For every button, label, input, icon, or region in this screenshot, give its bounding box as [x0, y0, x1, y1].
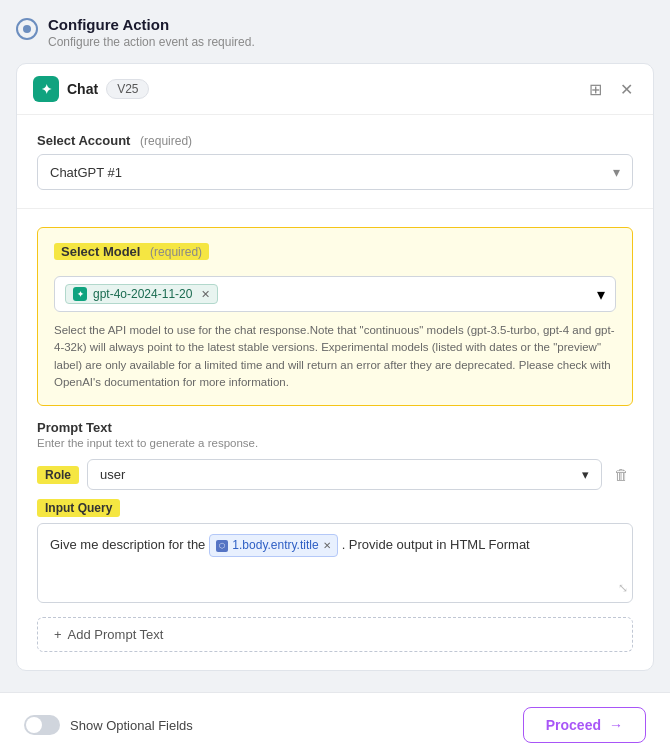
card-title: Chat — [67, 81, 98, 97]
expand-button[interactable]: ⊞ — [585, 78, 606, 101]
model-tag: ✦ gpt-4o-2024-11-20 ✕ — [65, 284, 218, 304]
card-header: ✦ Chat V25 ⊞ ✕ — [17, 64, 653, 115]
toggle-row: Show Optional Fields — [24, 715, 193, 735]
model-tag-icon: ✦ — [73, 287, 87, 301]
query-suffix: . Provide output in HTML Format — [342, 535, 530, 556]
role-value: user — [100, 467, 125, 482]
role-row: Role user ▾ 🗑 — [37, 459, 633, 490]
prompt-text-section: Prompt Text Enter the input text to gene… — [37, 420, 633, 603]
query-content: Give me description for the ⬡ 1.body.ent… — [50, 534, 620, 557]
model-required: (required) — [150, 245, 202, 259]
prompt-text-label: Prompt Text — [37, 420, 633, 435]
role-select[interactable]: user ▾ — [87, 459, 602, 490]
divider — [17, 208, 653, 209]
page-title: Configure Action — [48, 16, 255, 33]
account-section: Select Account (required) ChatGPT #1 ▾ — [37, 133, 633, 190]
toggle-label: Show Optional Fields — [70, 718, 193, 733]
model-tag-text: gpt-4o-2024-11-20 — [93, 287, 192, 301]
card-header-left: ✦ Chat V25 — [33, 76, 149, 102]
prompt-text-sublabel: Enter the input text to generate a respo… — [37, 437, 633, 449]
add-prompt-button[interactable]: + Add Prompt Text — [37, 617, 633, 652]
role-badge: Role — [37, 466, 79, 484]
input-query-section: Input Query Give me description for the … — [37, 498, 633, 603]
proceed-label: Proceed — [546, 717, 601, 733]
delete-icon[interactable]: 🗑 — [610, 462, 633, 487]
query-prefix: Give me description for the — [50, 535, 205, 556]
proceed-arrow-icon: → — [609, 717, 623, 733]
account-label: Select Account (required) — [37, 133, 633, 148]
account-value: ChatGPT #1 — [50, 165, 122, 180]
model-info-text: Select the API model to use for the chat… — [54, 322, 616, 391]
step-circle — [16, 18, 38, 40]
configure-header: Configure Action Configure the action ev… — [16, 16, 654, 49]
model-chevron-icon: ▾ — [597, 285, 605, 304]
add-prompt-plus-icon: + — [54, 627, 62, 642]
chat-icon: ✦ — [33, 76, 59, 102]
query-token-icon: ⬡ — [216, 540, 228, 552]
model-select[interactable]: ✦ gpt-4o-2024-11-20 ✕ ▾ — [54, 276, 616, 312]
query-textarea[interactable]: Give me description for the ⬡ 1.body.ent… — [37, 523, 633, 603]
resize-handle-icon: ⤡ — [618, 579, 628, 598]
card-body: Select Account (required) ChatGPT #1 ▾ S… — [17, 115, 653, 670]
footer-bar: Show Optional Fields Proceed → — [0, 692, 670, 749]
card-header-right: ⊞ ✕ — [585, 78, 637, 101]
input-query-badge: Input Query — [37, 499, 120, 517]
account-select[interactable]: ChatGPT #1 ▾ — [37, 154, 633, 190]
toggle-knob — [26, 717, 42, 733]
role-chevron-icon: ▾ — [582, 467, 589, 482]
page-subtitle: Configure the action event as required. — [48, 35, 255, 49]
model-tag-close-icon[interactable]: ✕ — [201, 288, 210, 301]
proceed-button[interactable]: Proceed → — [523, 707, 646, 743]
query-token-close-icon[interactable]: ✕ — [323, 538, 331, 554]
query-token: ⬡ 1.body.entry.title ✕ — [209, 534, 337, 557]
model-section: Select Model (required) ✦ gpt-4o-2024-11… — [37, 227, 633, 406]
optional-fields-toggle[interactable] — [24, 715, 60, 735]
model-label: Select Model (required) — [54, 243, 209, 260]
close-button[interactable]: ✕ — [616, 78, 637, 101]
main-card: ✦ Chat V25 ⊞ ✕ Select Account (required) — [16, 63, 654, 671]
version-badge: V25 — [106, 79, 149, 99]
account-required: (required) — [140, 134, 192, 148]
step-dot — [23, 25, 31, 33]
add-prompt-label: Add Prompt Text — [68, 627, 164, 642]
chevron-down-icon: ▾ — [613, 164, 620, 180]
query-token-text: 1.body.entry.title — [232, 536, 318, 555]
